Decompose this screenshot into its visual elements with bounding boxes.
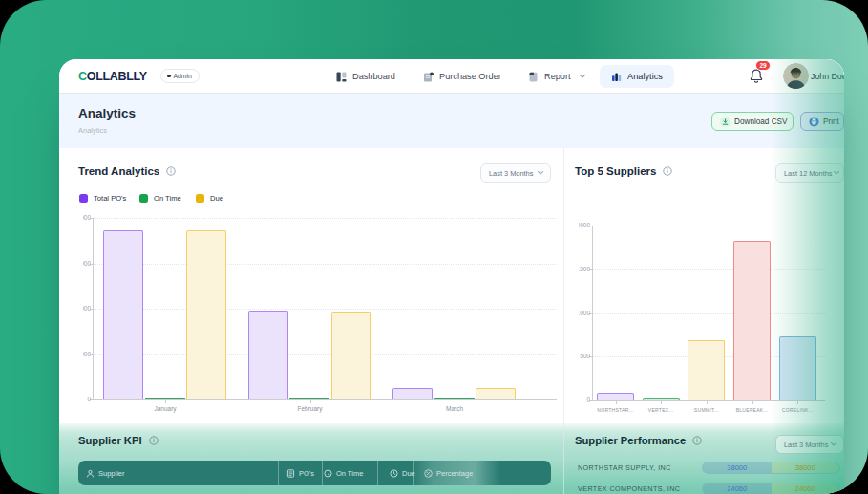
supplier-bar-4 (779, 336, 816, 400)
performance-value-right: 24060 (772, 483, 840, 494)
x-axis-tick (616, 400, 617, 404)
supplier-kpi-table-header: SupplierPO'sOn TimeDuePercentage (78, 461, 551, 485)
gridline (94, 309, 557, 310)
kpi-column-percentage[interactable]: Percentage (424, 461, 473, 485)
trend-x-label: February (272, 405, 349, 412)
document-icon (286, 469, 295, 478)
top-suppliers-period-dropdown[interactable]: Last 12 Months (775, 163, 844, 183)
top-suppliers-info-icon[interactable] (663, 166, 672, 176)
legend-item-on-time: On Time (139, 194, 181, 203)
trend-period-dropdown[interactable]: Last 3 Months (480, 163, 551, 183)
supplier-performance-period-dropdown[interactable]: Last 3 Months (775, 435, 844, 454)
admin-badge: Admin (160, 69, 200, 83)
performance-value-left: 38000 (703, 462, 772, 473)
report-icon (528, 72, 539, 82)
performance-row-name: NORTHSTAR SUPPLY, INC (578, 463, 671, 472)
nav-dashboard[interactable]: Dashboard (336, 59, 395, 94)
printer-icon (809, 117, 819, 127)
trend-info-icon[interactable] (166, 166, 176, 176)
app-background: COLLABLLY Admin Dashboard Purchase Order… (0, 0, 868, 494)
y-axis-tick-label: 8000 (83, 214, 91, 222)
supplier-bar-2 (688, 340, 725, 401)
y-axis-tick-label: 1500 (579, 266, 590, 273)
supplier-kpi-info-icon[interactable] (149, 436, 159, 445)
clock-icon (390, 469, 398, 478)
y-axis-tick-label: 4000 (83, 305, 91, 312)
dashboard-icon (336, 72, 347, 82)
performance-value-pill: 3800038000 (702, 462, 840, 474)
trend-dropdown-chevron-icon (537, 170, 544, 176)
y-axis-tick-label: 500 (579, 353, 590, 360)
panel-divider (563, 148, 564, 494)
user-avatar[interactable] (783, 63, 809, 89)
trend-bar-february-total-pos (248, 311, 288, 399)
nav-report[interactable]: Report (528, 59, 586, 94)
trend-analytics-title: Trend Analytics (78, 165, 176, 177)
trend-chart-plot: 02000400060008000JanuaryFebruaryMarch (93, 218, 557, 400)
main-card: COLLABLLY Admin Dashboard Purchase Order… (59, 59, 844, 494)
gridline (593, 269, 825, 270)
performance-row-name: VERTEX COMPONENTS, INC (578, 484, 680, 493)
trend-bar-january-due (186, 230, 226, 399)
kpi-column-divider (413, 461, 414, 485)
y-axis-tick-label: 2000 (579, 222, 590, 229)
kpi-column-supplier[interactable]: Supplier (86, 461, 125, 485)
nav-analytics[interactable]: Analytics (600, 65, 674, 88)
x-axis-tick (797, 400, 798, 404)
x-axis-tick (165, 399, 166, 403)
supplier-bar-3 (733, 241, 771, 400)
brand-logo[interactable]: COLLABLLY (78, 70, 147, 83)
trend-bar-january-total-pos (103, 230, 143, 399)
gridline (94, 354, 557, 355)
y-axis-tick-label: 0 (579, 397, 590, 404)
supplier-kpi-title: Supplier KPI (78, 435, 159, 446)
performance-value-left: 24060 (703, 483, 772, 494)
x-axis-tick (752, 400, 753, 404)
gridline (94, 264, 557, 265)
top-suppliers-dropdown-chevron-icon (833, 170, 840, 176)
supplier-performance-title: Supplier Performance (575, 435, 702, 446)
top-suppliers-chart-plot: 0500100015002000NORTHSTAR...VERTEX...SUM… (592, 226, 825, 401)
page-title: Analytics (78, 106, 136, 120)
trend-bar-march-total-pos (392, 388, 433, 399)
y-axis-tick-label: 2000 (83, 351, 91, 358)
trend-x-label: March (416, 405, 493, 412)
legend-item-total-pos: Total PO's (79, 194, 126, 203)
kpi-column-divider (377, 461, 378, 485)
gridline (593, 226, 825, 226)
download-icon (720, 117, 730, 127)
supplier-performance-dropdown-chevron-icon (830, 441, 837, 447)
x-axis-tick (455, 399, 455, 403)
clock-icon (324, 469, 332, 478)
purchase-order-icon (423, 72, 434, 82)
y-axis-tick-label: 0 (83, 396, 91, 403)
kpi-column-on-time[interactable]: On Time (324, 461, 363, 485)
breadcrumb: Analytics (78, 126, 107, 135)
x-axis-tick (310, 399, 311, 403)
top-navbar: COLLABLLY Admin Dashboard Purchase Order… (59, 59, 844, 94)
top-suppliers-title: Top 5 Suppliers (575, 165, 672, 177)
kpi-column-due[interactable]: Due (390, 461, 415, 485)
person-icon (86, 469, 95, 478)
admin-dot-icon (167, 75, 171, 78)
trend-bar-march-due (476, 388, 516, 399)
report-chevron-down-icon (579, 74, 586, 79)
kpi-column-divider (322, 461, 323, 485)
gridline (94, 218, 557, 219)
charts-section: Trend Analytics Last 3 Months Total PO's… (59, 145, 844, 423)
supplier-performance-info-icon[interactable] (692, 436, 702, 445)
gridline (593, 313, 825, 314)
analytics-icon (611, 72, 622, 82)
kpi-column-divider (278, 461, 279, 485)
performance-value-right: 38000 (772, 462, 840, 473)
y-axis-tick-label: 1000 (579, 310, 590, 317)
nav-purchase-order[interactable]: Purchase Order (423, 59, 501, 94)
user-name[interactable]: John Doe (811, 72, 844, 81)
print-button[interactable]: Print (800, 112, 844, 131)
supplier-bar-0 (597, 393, 634, 400)
x-axis-tick (661, 400, 662, 404)
download-csv-button[interactable]: Download CSV (711, 112, 794, 131)
x-axis-tick (707, 400, 708, 404)
kpi-column-po-s[interactable]: PO's (286, 461, 314, 485)
trend-x-label: January (127, 405, 203, 412)
